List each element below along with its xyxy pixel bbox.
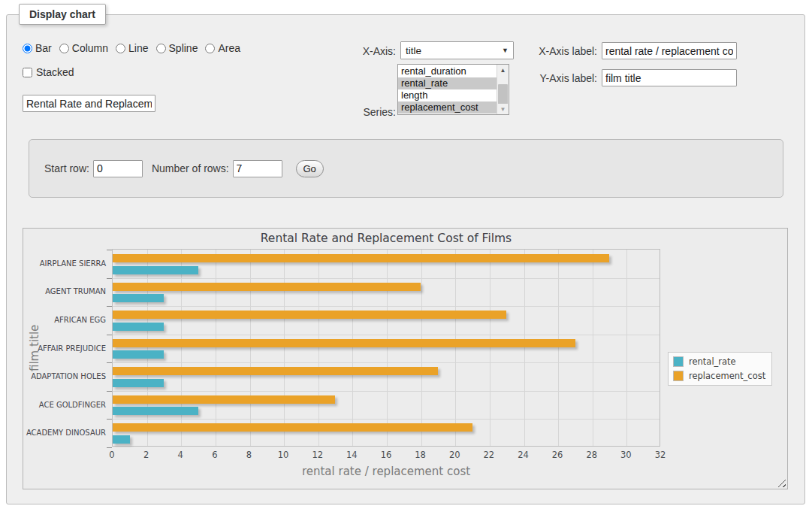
x-tick-label: 6: [212, 450, 217, 460]
replacement_cost-bar: [113, 395, 335, 404]
category-label: AIRPLANE SIERRA: [23, 259, 106, 268]
chart-title: Rental Rate and Replacement Cost of Film…: [112, 232, 660, 245]
stacked-label: Stacked: [36, 66, 74, 78]
x-tick-label: 22: [484, 450, 495, 460]
legend-item: rental_rate: [673, 356, 765, 367]
gridline-vertical: [147, 250, 148, 446]
gridline-vertical: [387, 250, 388, 446]
chart-type-radio-bar[interactable]: [23, 44, 32, 53]
scrollbar-thumb[interactable]: [498, 84, 508, 105]
stacked-option[interactable]: Stacked: [23, 66, 74, 78]
y-axis-label-input[interactable]: [602, 69, 737, 86]
x-axis-select-value: title: [406, 45, 421, 56]
chart-type-label: Area: [218, 42, 240, 54]
y-tick-mark: [107, 362, 112, 363]
go-button[interactable]: Go: [296, 160, 324, 177]
x-tick-label: 14: [346, 450, 358, 460]
x-tick-label: 0: [109, 450, 114, 460]
gridline-vertical: [593, 250, 593, 446]
series-option-length[interactable]: length: [398, 89, 497, 101]
scroll-down-icon[interactable]: ▼: [497, 104, 509, 114]
rental_rate-bar: [113, 407, 198, 415]
category-label: ACADEMY DINOSAUR: [23, 429, 106, 437]
chart-legend: rental_ratereplacement_cost: [668, 352, 772, 386]
replacement_cost-bar: [113, 254, 609, 262]
gridline-vertical: [250, 250, 251, 446]
x-tick-label: 18: [415, 450, 426, 460]
gridline-vertical: [524, 250, 525, 446]
panel-title: Display chart: [19, 4, 106, 25]
gridline-vertical: [216, 250, 216, 446]
chart: Rental Rate and Replacement Cost of Film…: [23, 228, 788, 489]
y-tick-mark: [107, 250, 112, 250]
x-tick-label: 20: [449, 450, 460, 460]
rental_rate-bar: [113, 435, 130, 444]
rental_rate-bar: [113, 350, 164, 359]
replacement_cost-swatch: [673, 371, 684, 381]
gridline-vertical: [455, 250, 456, 446]
chart-type-radio-column[interactable]: [59, 44, 69, 53]
stacked-checkbox[interactable]: [23, 68, 32, 77]
rental_rate-bar: [113, 323, 164, 331]
x-tick-label: 32: [655, 450, 666, 460]
chart-type-option-spline[interactable]: Spline: [156, 42, 198, 54]
y-tick-mark: [107, 278, 112, 279]
x-tick-label: 8: [246, 450, 252, 460]
gridline-vertical: [558, 250, 559, 446]
gridline-vertical: [352, 250, 353, 446]
replacement_cost-bar: [113, 367, 438, 375]
start-row-input[interactable]: [93, 160, 143, 177]
legend-label: replacement_cost: [689, 371, 765, 381]
legend-label: rental_rate: [689, 356, 736, 367]
x-axis-label-caption: X-Axis label:: [468, 45, 597, 57]
gridline-vertical: [318, 250, 319, 446]
gridline-vertical: [626, 250, 627, 446]
gridline-horizontal: [113, 362, 660, 363]
category-label: ADAPTATION HOLES: [23, 372, 106, 380]
x-tick-label: 30: [620, 450, 632, 460]
category-label: ACE GOLDFINGER: [23, 401, 106, 409]
chart-type-option-area[interactable]: Area: [205, 42, 240, 54]
series-option-replacement-cost[interactable]: replacement_cost: [398, 101, 497, 114]
gridline-vertical: [490, 250, 491, 446]
replacement_cost-bar: [113, 423, 472, 432]
y-tick-mark: [107, 419, 112, 420]
x-tick-label: 16: [381, 450, 392, 460]
chart-type-label: Line: [128, 42, 148, 54]
y-tick-mark: [107, 391, 112, 392]
y-tick-mark: [107, 335, 112, 335]
y-tick-mark: [107, 447, 112, 448]
chart-type-option-bar[interactable]: Bar: [23, 42, 52, 54]
x-tick-label: 4: [178, 450, 183, 460]
category-label: AFFAIR PREJUDICE: [23, 344, 106, 353]
x-axis-label-input[interactable]: [602, 42, 737, 59]
chart-type-radio-line[interactable]: [116, 44, 125, 53]
chart-type-option-column[interactable]: Column: [59, 42, 108, 54]
replacement_cost-bar: [113, 283, 421, 291]
rental_rate-swatch: [673, 356, 684, 367]
num-rows-input[interactable]: [233, 160, 282, 177]
x-tick-label: 12: [312, 450, 323, 460]
resize-grip-icon[interactable]: [777, 479, 786, 487]
num-rows-caption: Number of rows:: [152, 162, 229, 174]
chart-type-label: Bar: [35, 42, 52, 54]
gridline-horizontal: [113, 278, 660, 279]
x-tick-label: 10: [278, 450, 289, 460]
rental_rate-bar: [113, 379, 164, 387]
chart-type-option-line[interactable]: Line: [116, 42, 148, 54]
gridline-horizontal: [113, 335, 660, 335]
x-tick-label: 26: [552, 450, 563, 460]
y-tick-mark: [107, 306, 112, 307]
replacement_cost-bar: [113, 311, 506, 319]
start-row-caption: Start row:: [44, 162, 89, 174]
category-label: AGENT TRUMAN: [23, 287, 106, 295]
replacement_cost-bar: [113, 339, 575, 347]
chart-type-radio-spline[interactable]: [156, 44, 166, 53]
series-caption: Series:: [315, 106, 396, 118]
legend-item: replacement_cost: [673, 371, 765, 381]
x-tick-label: 28: [586, 450, 597, 460]
chart-title-input[interactable]: [23, 95, 155, 112]
gridline-vertical: [181, 250, 182, 446]
chart-type-label: Column: [72, 42, 108, 54]
chart-type-radio-area[interactable]: [205, 44, 215, 53]
